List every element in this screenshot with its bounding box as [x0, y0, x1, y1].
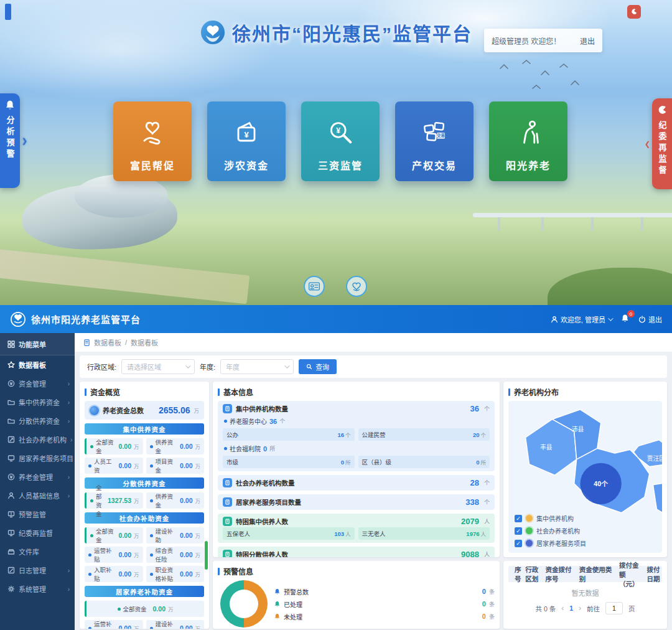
region-select[interactable]: 请选择区域 — [121, 359, 195, 374]
heart-hand-icon — [136, 116, 169, 149]
stat-value: 338 — [465, 497, 479, 507]
breadcrumb-root[interactable]: 数据看板 — [94, 337, 121, 347]
log-icon — [7, 567, 15, 574]
next-page-button[interactable]: › — [579, 604, 581, 613]
sidebar-item-warning-supervision[interactable]: 预警监管 — [0, 505, 75, 524]
stat-value: 0.00 — [180, 624, 192, 629]
scrollbar-thumb[interactable] — [205, 541, 208, 570]
sidebar-item-personnel-info[interactable]: 人员基础信息 › — [0, 486, 75, 505]
chip-unit: 人 — [345, 530, 351, 537]
sidebar-item-home-care-projects[interactable]: 居家养老服务项目 › — [0, 449, 75, 468]
stat-label: 未处理 — [284, 612, 302, 621]
sidebar-item-decentralized-funds[interactable]: 分散供养资金 › — [0, 411, 75, 430]
hero-logout-button[interactable]: 退出 — [580, 35, 595, 46]
sidebar-item-pension-mgmt[interactable]: 养老金管理 › — [0, 468, 75, 486]
page-unit-label: 页 — [628, 604, 635, 613]
fund-stat: 人员工资0.00万 — [85, 458, 143, 474]
idcard-float-button[interactable] — [304, 276, 325, 297]
goto-page-input[interactable] — [605, 602, 623, 614]
logout-button[interactable]: 退出 — [638, 314, 662, 324]
tile-chanquan-jiaoyi[interactable]: 交易 产权交易 — [395, 101, 474, 181]
trade-blocks-icon: 交易 — [418, 116, 450, 149]
legend-label: 居家养老服务项目 — [536, 538, 586, 548]
tile-shenong-zijin[interactable]: ¥ 涉农资金 — [207, 101, 286, 181]
stat-value: 0 — [482, 588, 486, 595]
gear-icon — [7, 585, 15, 593]
stat-label: 特困分散供养人数 — [236, 550, 288, 557]
stat-unit: 万 — [195, 532, 200, 539]
checkbox-checked-icon[interactable] — [515, 540, 522, 547]
fund-stat: 建设补助0.00万 — [146, 620, 205, 629]
region-label[interactable]: 沛县 — [572, 425, 584, 433]
search-button[interactable]: 查询 — [299, 359, 337, 374]
dot-icon — [88, 627, 91, 629]
region-label[interactable]: 丰县 — [540, 443, 553, 451]
chevron-right-icon: › — [68, 380, 70, 387]
sidebar: 功能菜单 数据看板 资金管理 › 集中供养资金 › 分散供养资金 › — [0, 333, 75, 630]
stat-unit: 万 — [195, 497, 200, 504]
prev-page-button[interactable]: ‹ — [561, 604, 564, 613]
stat-value: 0.00 — [180, 443, 192, 450]
region-label[interactable]: 贾汪区 — [647, 455, 662, 462]
discipline-supervision-tab[interactable]: 纪委再监督 ❮ — [652, 98, 672, 189]
bell-icon — [274, 613, 281, 620]
chevron-down-icon — [608, 316, 613, 321]
fund-stat: 供养资金0.00万 — [146, 492, 205, 509]
power-icon — [638, 316, 646, 323]
warning-donut-chart — [220, 580, 268, 628]
stat-label: 项目资金 — [156, 457, 178, 474]
map-title: 养老机构分布 — [514, 387, 559, 397]
sidebar-label: 集中供养资金 — [19, 397, 60, 407]
sidebar-label: 系统管理 — [19, 584, 46, 594]
sidebar-item-log-mgmt[interactable]: 日志管理 › — [0, 561, 75, 580]
archive-icon — [7, 548, 15, 555]
chip-unit: 人 — [480, 530, 486, 537]
analysis-warning-tab[interactable]: 分析预警 ❯ — [0, 93, 20, 188]
sidebar-item-social-institutions[interactable]: 社会办养老机构 › — [0, 430, 75, 449]
stat-unit: 万 — [134, 570, 139, 578]
sidebar-item-dashboard[interactable]: 数据看板 — [0, 355, 75, 374]
hero-photo-bridge — [473, 213, 672, 217]
collapse-caret-icon[interactable]: ❮ — [645, 140, 650, 148]
bell-icon — [274, 601, 281, 608]
sidebar-label: 养老金管理 — [19, 472, 53, 482]
tile-yangguang-yanglao[interactable]: 阳光养老 — [489, 101, 567, 181]
sidebar-item-system-mgmt[interactable]: 系统管理 › — [0, 580, 75, 598]
notifications-button[interactable]: 0 — [620, 314, 630, 324]
tile-fumin-bangcu[interactable]: 富民帮促 — [113, 101, 192, 181]
title-bar-icon — [508, 388, 510, 396]
stat-label: 全部资金 — [96, 438, 116, 455]
user-menu[interactable]: 欢迎您, 管理员 — [551, 314, 612, 324]
sidebar-item-discipline-supervision[interactable]: 纪委再监督 — [0, 524, 75, 542]
chevron-right-icon: › — [68, 399, 70, 406]
tile-sanzi-jianguan[interactable]: ¥ 三资监管 — [301, 101, 380, 181]
main-content: 数据看板 / 数据看板 行政区域: 请选择区域 年度: 年度 查询 — [75, 333, 672, 630]
legend-row: 集中供养机构 — [515, 514, 586, 523]
sidebar-item-funds-mgmt[interactable]: 资金管理 › — [0, 374, 75, 393]
dot-icon — [150, 553, 153, 557]
map-canvas[interactable]: 丰县 沛县 贾汪区 邳州市 新沂市 睢宁县 40个 — [508, 401, 662, 553]
dot-icon — [118, 608, 121, 611]
corner-badge-red[interactable] — [627, 5, 641, 19]
care-float-button[interactable] — [346, 276, 367, 297]
stat-unit: 万 — [195, 462, 200, 469]
dashboard-grid: 基本信息 集中供养机构数量 36 个 养老服务中心 36 个 — [80, 382, 667, 629]
wallet-yuan-icon: ¥ — [230, 116, 263, 149]
sidebar-item-centralized-funds[interactable]: 集中供养资金 › — [0, 393, 75, 411]
current-page-button[interactable]: 1 — [569, 604, 573, 612]
sidebar-item-file-library[interactable]: 文件库 — [0, 542, 75, 561]
chevron-right-icon: › — [68, 567, 70, 574]
fund-stat: 运营补贴0.00万 — [85, 620, 143, 629]
legend-label: 社会办养老机构 — [536, 526, 580, 535]
bullet-dot-icon — [224, 447, 227, 450]
sub-value: 36 — [269, 418, 277, 425]
corner-tab-blue[interactable] — [5, 4, 11, 20]
emblem-icon — [630, 8, 638, 16]
hero-banner: 徐州市“阳光惠民”监管平台 超级管理员 欢迎您！ 退出 分析预警 ❯ 纪委再监督… — [0, 0, 672, 305]
stat-card-homecare-projects: 居家养老服务项目数量 338 个 — [218, 494, 495, 510]
doc-badge-icon — [223, 497, 232, 507]
checkbox-checked-icon[interactable] — [515, 527, 522, 535]
expand-caret-icon[interactable]: ❯ — [22, 137, 27, 145]
year-select[interactable]: 年度 — [220, 359, 294, 374]
checkbox-checked-icon[interactable] — [515, 515, 522, 522]
